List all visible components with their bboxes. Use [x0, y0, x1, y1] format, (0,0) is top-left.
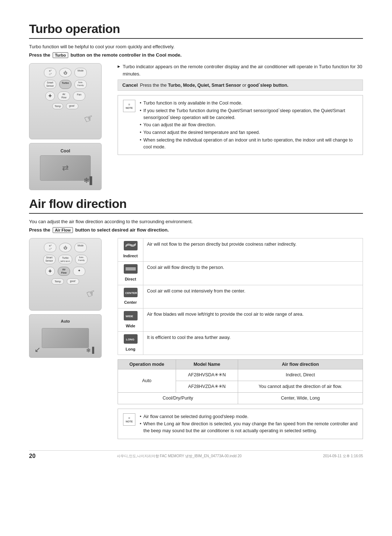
remote-solo-family-btn: Solo.Family — [74, 80, 87, 89]
remote-temp-label: Temp — [52, 103, 63, 109]
op-direction-1: Indirect, Direct — [238, 369, 363, 381]
airflow-title: Air flow direction — [29, 197, 363, 211]
airflow-row-long: LONG Long It is efficient to cool the ar… — [118, 332, 363, 355]
remote-top-row: ☀°☆° ⏻ Mode — [33, 68, 98, 77]
op-model-2: AF28HVZDA✳✳N — [176, 381, 238, 393]
svg-text:WIDE: WIDE — [126, 315, 134, 318]
remote-lower-row: + AirFlow Fan — [33, 91, 98, 101]
airflow-remote-temp-label: Temp — [52, 278, 64, 285]
airflow-remote-turbo-btn: TurboWPS Wi-Fi — [58, 255, 73, 264]
wide-icon: WIDE — [124, 311, 138, 320]
turbo-left-col: ☀°☆° ⏻ Mode SmartSensor Turbo Solo.Famil… — [29, 63, 109, 190]
turbo-subtitle: Turbo function will be helpful to cool y… — [29, 44, 363, 49]
turbo-two-col: ☀°☆° ⏻ Mode SmartSensor Turbo Solo.Famil… — [29, 63, 363, 190]
op-row-auto-1: Auto AF28HVSDA✳✳N Indirect, Direct — [118, 369, 363, 381]
cancel-end-text: good`sleep button. — [248, 83, 288, 88]
note-item-5: When selecting the individual operation … — [140, 137, 358, 151]
airflow-remote-solo-family-btn: Solo.Family — [75, 255, 87, 264]
airflow-instruction: Press the Air Flow button to select desi… — [29, 227, 363, 233]
indirect-desc: Air will not flow to the person directly… — [143, 238, 363, 262]
footer-date: 2014-09-11 오후 1:16:05 — [323, 454, 363, 459]
svg-text:LONG: LONG — [126, 338, 134, 341]
long-icon-cell: LONG Long — [118, 332, 143, 355]
turbo-title: Turbo operation — [29, 22, 120, 36]
airflow-remote-good-btn: good` — [67, 278, 79, 285]
cancel-text: Press the the Turbo, Mode, Quiet, Smart … — [140, 83, 289, 88]
note-item-2: If you select the Turbo function during … — [140, 107, 358, 121]
airflow-note-label: NOTE — [126, 420, 132, 423]
wide-label: Wide — [122, 323, 139, 329]
center-icon: CENTER — [124, 288, 138, 297]
long-icon: LONG — [124, 334, 138, 344]
airflow-left-col: ☀°☆° ⏻ Mode SmartSensor TurboWPS Wi-Fi S… — [29, 238, 109, 443]
remote-airflow-btn: AirFlow — [58, 91, 70, 101]
airflow-remote-airflow-btn: AirFlow — [58, 267, 70, 276]
airflow-remote-mode-btn: Mode — [74, 243, 87, 252]
svg-text:CENTER: CENTER — [125, 291, 137, 295]
airflow-remote-bottom-row: Temp good` — [33, 278, 98, 285]
page-number: 20 — [29, 453, 36, 459]
op-header-model: Model Name — [176, 360, 238, 369]
op-table-header-row: Operation mode Model Name Air flow direc… — [118, 360, 363, 369]
auto-icons: ❄ ▌ — [86, 347, 96, 354]
direct-desc: Cool air will flow directly to the perso… — [143, 262, 363, 285]
cancel-label: Cancel — [122, 82, 138, 88]
remote-plus-btn: + — [45, 91, 55, 101]
airflow-two-col: ☀°☆° ⏻ Mode SmartSensor TurboWPS Wi-Fi S… — [29, 238, 363, 443]
op-model-1: AF28HVSDA✳✳N — [176, 369, 238, 381]
auto-screen — [42, 328, 89, 348]
airflow-remote-top-row: ☀°☆° ⏻ Mode — [33, 243, 98, 252]
note-item-3: You can adjust the air flow direction. — [140, 122, 358, 128]
op-direction-cool: Center, Wide, Long — [238, 392, 363, 404]
op-mode-table: Operation mode Model Name Air flow direc… — [118, 359, 363, 404]
airflow-row-wide: WIDE Wide Air flow blades will move left… — [118, 308, 363, 331]
remote-good-btn: good` — [66, 103, 78, 109]
airflow-remote-plus-btn: + — [45, 267, 55, 276]
airflow-note-item-1: Air flow cannot be selected during good'… — [140, 413, 358, 420]
snowflake-icon: ❄▌ — [83, 176, 95, 185]
direct-icon — [124, 264, 138, 274]
airflow-subtitle: You can adjust the air flow direction ac… — [29, 219, 363, 224]
indirect-icon — [124, 241, 138, 250]
airflow-right-col: Indirect Air will not flow to the person… — [118, 238, 363, 443]
note-item-4: You cannot adjust the desired temperatur… — [140, 129, 358, 136]
auto-display: Auto ❄ ▌ ↙ — [29, 314, 102, 358]
cool-mode-display: Cool ⇄ ❄▌ — [29, 143, 102, 190]
cancel-bar: Cancel Press the the Turbo, Mode, Quiet,… — [118, 79, 363, 91]
center-label: Center — [122, 299, 139, 306]
indirect-icon-cell: Indirect — [118, 238, 143, 262]
airflow-row-indirect: Indirect Air will not flow to the person… — [118, 238, 363, 262]
op-row-cool: Cool/Dry/Purity Center, Wide, Long — [118, 392, 363, 404]
remote-temp-icon: ☀°☆° — [44, 68, 56, 77]
remote-mid-row: SmartSensor Turbo Solo.Family — [33, 80, 98, 89]
airflow-note-box: ≡ NOTE Air flow cannot be selected durin… — [118, 409, 363, 439]
cool-label: Cool — [61, 148, 70, 154]
airflow-note-icon: ≡ NOTE — [123, 413, 135, 426]
bar-icon: ▌ — [92, 347, 96, 354]
direct-icon-cell: Direct — [118, 262, 143, 285]
turbo-btn-label: Turbo — [53, 52, 68, 58]
remote-turbo-btn: Turbo — [59, 80, 72, 89]
finger-icon: ☞ — [82, 111, 95, 126]
airflow-btn-label: Air Flow — [53, 227, 73, 233]
remote-smart-sensor-btn: SmartSensor — [44, 80, 56, 89]
airflow-remote-mid-row: SmartSensor TurboWPS Wi-Fi Solo.Family — [33, 255, 98, 264]
turbo-right-col: Turbo indicator appears on the remote co… — [118, 63, 363, 190]
airflow-remote-lower-row: + AirFlow ✦ — [33, 267, 98, 276]
airflow-row-center: CENTER Center Cool air will come out int… — [118, 285, 363, 308]
page-content: Turbo operation Turbo function will be h… — [0, 0, 392, 468]
op-mode-cool: Cool/Dry/Purity — [118, 392, 238, 404]
airflow-directions-table: Indirect Air will not flow to the person… — [118, 238, 363, 355]
airflow-note-lines: Air flow cannot be selected during good'… — [140, 413, 358, 434]
op-mode-auto: Auto — [118, 369, 176, 393]
turbo-bullet: Turbo indicator appears on the remote co… — [118, 63, 363, 77]
flow-icon: ↙ — [34, 345, 41, 354]
note-item-1: Turbo function is only available in the … — [140, 100, 358, 107]
direct-label: Direct — [122, 276, 139, 282]
center-desc: Cool air will come out intensively from … — [143, 285, 363, 308]
airflow-remote-temp-icon: ☀°☆° — [44, 243, 56, 252]
page-footer: 20 사우디,인도,나이지리아향 FAC MEMORY 냉방_IBIM_EN_0… — [29, 450, 363, 459]
turbo-indicator: ⇄ — [62, 163, 69, 173]
turbo-instruction: Press the Turbo button on the remote con… — [29, 52, 363, 58]
note-label: NOTE — [126, 107, 132, 109]
